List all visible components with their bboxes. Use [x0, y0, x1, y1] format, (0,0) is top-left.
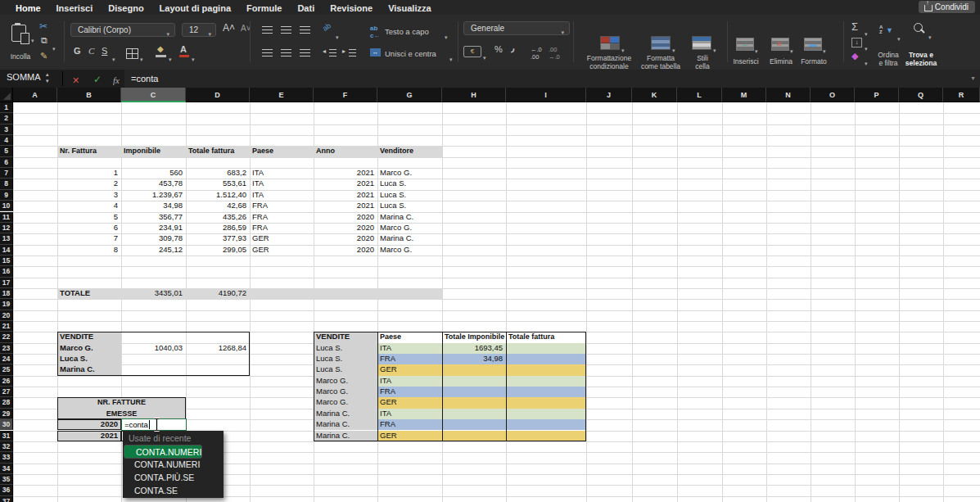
row-header-19[interactable]: 19 — [0, 299, 13, 310]
column-header-O[interactable]: O — [811, 88, 855, 102]
cell-D7[interactable]: 683,2 — [186, 168, 250, 179]
row-header-6[interactable]: 6 — [0, 157, 13, 168]
copy-caret-icon[interactable] — [52, 39, 56, 54]
tab-disegno[interactable]: Disegno — [108, 2, 143, 16]
row-header-28[interactable]: 28 — [0, 397, 13, 408]
delete-cells-icon[interactable]: ✕ — [771, 38, 789, 51]
cell-F5[interactable]: Anno — [314, 146, 377, 156]
column-header-E[interactable]: E — [250, 88, 314, 102]
column-header-D[interactable]: D — [186, 88, 250, 102]
cell-B10[interactable]: 4 — [57, 201, 121, 211]
autocomplete-item-conta.numeri[interactable]: CONTA.NUMERI — [124, 445, 202, 459]
cell-B8[interactable]: 2 — [57, 179, 121, 189]
cancel-entry-icon[interactable] — [72, 72, 79, 87]
underline-caret-icon[interactable] — [112, 50, 115, 65]
cell-C8[interactable]: 453,78 — [121, 179, 186, 189]
cell-F8[interactable]: 2021 — [314, 179, 377, 189]
conditional-formatting-button[interactable]: Formattazionecondizionale — [578, 54, 640, 70]
cell-B12[interactable]: 6 — [57, 223, 121, 233]
cell-F18[interactable] — [314, 288, 377, 299]
font-color-icon[interactable]: A — [180, 44, 187, 54]
align-left-icon[interactable] — [262, 49, 273, 57]
cell-C5[interactable]: Imponibile — [121, 146, 186, 156]
row-header-32[interactable]: 32 — [0, 441, 13, 452]
row-header-9[interactable]: 9 — [0, 190, 13, 201]
cell-E10[interactable]: FRA — [250, 201, 314, 211]
row-header-24[interactable]: 24 — [0, 354, 13, 364]
find-select-icon[interactable] — [914, 23, 923, 32]
confirm-entry-icon[interactable] — [93, 71, 102, 86]
tab-dati[interactable]: Dati — [297, 2, 314, 16]
cell-B7[interactable]: 1 — [57, 168, 121, 179]
insert-cells-caret-icon[interactable] — [755, 42, 758, 57]
comma-format-icon[interactable]: ٫ — [511, 43, 514, 54]
cell-G10[interactable]: Luca S. — [377, 201, 442, 211]
cell-D14[interactable]: 299,05 — [186, 245, 250, 256]
format-cells-icon[interactable]: ▬ — [804, 38, 822, 51]
format-as-table-button[interactable]: Formattacome tabella — [632, 54, 689, 70]
insert-function-icon[interactable] — [113, 72, 120, 87]
increase-decimal-icon[interactable]: ←.0.00 — [531, 46, 542, 61]
cell-B13[interactable]: 7 — [57, 233, 121, 244]
column-header-L[interactable]: L — [677, 88, 722, 102]
cell-E18[interactable] — [250, 288, 314, 299]
tab-visualizza[interactable]: Visualizza — [388, 2, 431, 16]
autocomplete-item-conta.se[interactable]: CONTA.SE — [123, 484, 224, 497]
wrap-text-caret-icon[interactable] — [445, 28, 448, 43]
cell-B11[interactable]: 5 — [57, 212, 121, 223]
name-box-spinner[interactable]: ▴▾ — [46, 71, 49, 84]
conditional-formatting-icon[interactable] — [600, 36, 620, 50]
column-header-K[interactable]: K — [632, 88, 677, 102]
row-header-13[interactable]: 13 — [0, 233, 13, 244]
cell-G12[interactable]: Marco G. — [377, 223, 442, 233]
cell-D5[interactable]: Totale fattura — [186, 146, 250, 156]
delete-cells-button[interactable]: Elimina — [764, 57, 798, 66]
cell-G5[interactable]: Venditore — [377, 146, 442, 156]
row-header-1[interactable]: 1 — [0, 102, 13, 113]
row-header-22[interactable]: 22 — [0, 332, 13, 342]
cell-G8[interactable]: Luca S. — [377, 179, 442, 189]
merge-center-caret-icon[interactable] — [449, 50, 453, 65]
wrap-text-icon[interactable]: abc← — [370, 25, 380, 39]
cell-C9[interactable]: 1.239,67 — [121, 190, 186, 201]
column-header-H[interactable]: H — [442, 88, 506, 102]
cell-C7[interactable]: 560 — [121, 168, 186, 179]
row-header-27[interactable]: 27 — [0, 387, 13, 397]
row-header-15[interactable]: 15 — [0, 256, 13, 266]
row-header-30[interactable]: 30 — [0, 419, 13, 430]
paste-caret-icon[interactable] — [31, 31, 34, 46]
cell-E8[interactable]: ITA — [250, 179, 314, 189]
cell-G14[interactable]: Marco G. — [377, 245, 442, 256]
cut-icon[interactable]: ✂ — [39, 20, 47, 32]
column-header-B[interactable]: B — [57, 88, 121, 102]
cell-B18[interactable]: TOTALE — [57, 288, 121, 299]
row-header-18[interactable]: 18 — [0, 288, 13, 299]
increase-indent-icon[interactable]: ▸ — [342, 47, 345, 55]
row-header-3[interactable]: 3 — [0, 124, 13, 135]
borders-icon[interactable] — [126, 48, 138, 59]
font-color-caret-icon[interactable] — [192, 50, 195, 65]
clear-icon[interactable]: ◆ — [851, 51, 858, 61]
paste-button[interactable]: Incolla — [2, 52, 39, 61]
column-header-G[interactable]: G — [377, 88, 442, 102]
row-header-17[interactable]: 17 — [0, 278, 13, 288]
tab-inserisci[interactable]: Inserisci — [56, 2, 93, 16]
select-all-corner[interactable] — [0, 88, 13, 102]
borders-caret-icon[interactable] — [140, 50, 143, 65]
tab-layout-di-pagina[interactable]: Layout di pagina — [160, 2, 231, 16]
cell-B14[interactable]: 8 — [57, 245, 121, 256]
find-select-caret-icon[interactable] — [928, 28, 932, 43]
align-top-icon[interactable] — [262, 26, 273, 34]
cell-E5[interactable]: Paese — [250, 146, 314, 156]
cell-F11[interactable]: 2020 — [314, 212, 377, 223]
cell-C12[interactable]: 234,91 — [121, 223, 186, 233]
cell-styles-button[interactable]: Stilicella — [686, 54, 719, 70]
clear-caret-icon[interactable] — [865, 54, 868, 69]
row-header-8[interactable]: 8 — [0, 179, 13, 189]
number-format-select[interactable]: Generale — [463, 21, 570, 35]
cell-F9[interactable]: 2021 — [314, 190, 377, 201]
currency-format-icon[interactable]: € — [463, 46, 481, 57]
font-size-select[interactable]: 12 — [182, 23, 216, 37]
column-header-M[interactable]: M — [722, 88, 766, 102]
row-header-36[interactable]: 36 — [0, 485, 13, 495]
